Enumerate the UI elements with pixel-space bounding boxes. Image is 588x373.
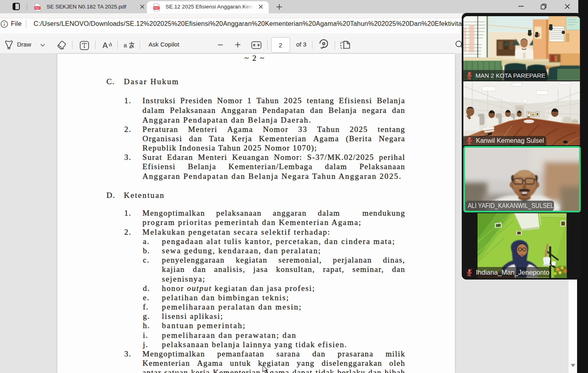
svg-text:PDF: PDF [35, 7, 40, 9]
svg-text:PDF: PDF [154, 7, 159, 9]
svg-text:A: A [103, 41, 108, 50]
svg-text:a: a [124, 42, 127, 49]
